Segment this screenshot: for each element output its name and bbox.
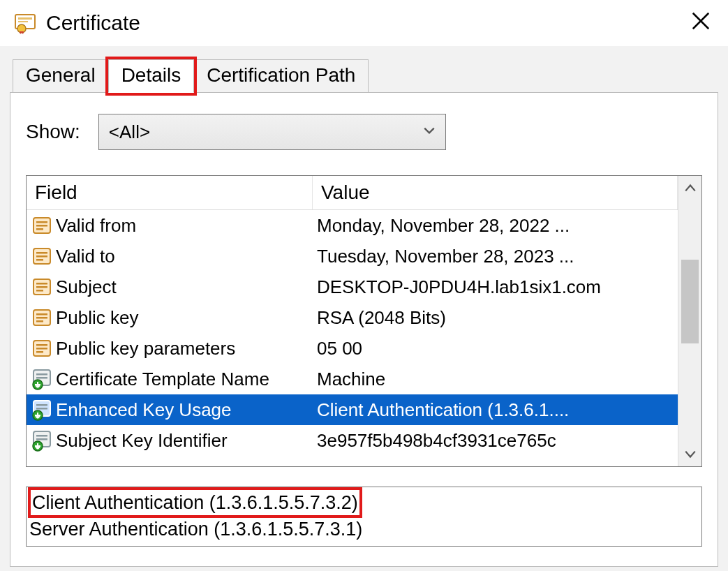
row-field-text: Public key [56, 307, 139, 329]
list-row[interactable]: SubjectDESKTOP-J0PDU4H.lab1six1.com [27, 272, 678, 302]
row-value-cell: RSA (2048 Bits) [313, 307, 678, 329]
column-header-field[interactable]: Field [27, 176, 313, 209]
field-details-pane: Client Authentication (1.3.6.1.5.5.7.3.2… [26, 487, 702, 547]
list-row[interactable]: Public key parameters05 00 [27, 333, 678, 364]
row-field-cell: Public key parameters [27, 337, 313, 359]
details-line-2: Server Authentication (1.3.6.1.5.5.7.3.1… [29, 517, 699, 542]
svg-rect-25 [36, 351, 43, 353]
list-row[interactable]: Enhanced Key UsageClient Authentication … [27, 394, 678, 425]
svg-rect-11 [36, 252, 47, 254]
row-field-text: Subject [56, 276, 117, 298]
fields-listbox: Field Value Valid fromMonday, November 2… [26, 175, 702, 467]
details-text: Server Authentication (1.3.6.1.5.5.7.3.1… [29, 519, 362, 540]
svg-rect-16 [36, 286, 47, 288]
row-value-text: Machine [317, 369, 385, 390]
row-value-text: DESKTOP-J0PDU4H.lab1six1.com [317, 276, 601, 297]
row-field-cell: Enhanced Key Usage [27, 399, 313, 421]
column-header-value[interactable]: Value [313, 176, 678, 209]
list-row[interactable]: Valid toTuesday, November 28, 2023 ... [27, 241, 678, 272]
svg-rect-8 [36, 225, 47, 227]
tab-row: General Details Certification Path [13, 59, 718, 92]
svg-rect-35 [36, 435, 47, 437]
svg-rect-28 [36, 377, 47, 379]
certificate-icon [14, 12, 36, 34]
row-field-text: Valid from [56, 215, 136, 237]
show-dropdown[interactable]: <All> [98, 114, 446, 150]
chevron-down-icon [423, 124, 436, 140]
scroll-down-button[interactable] [678, 441, 701, 466]
property-icon [31, 306, 53, 329]
window-title: Certificate [46, 11, 140, 35]
row-field-text: Enhanced Key Usage [56, 399, 232, 421]
list-headers: Field Value [27, 176, 678, 210]
title-left: Certificate [14, 11, 140, 35]
row-value-text: Monday, November 28, 2022 ... [317, 215, 570, 236]
svg-rect-17 [36, 290, 43, 292]
list-rows: Valid fromMonday, November 28, 2022 ...V… [27, 210, 678, 456]
row-field-text: Valid to [56, 246, 115, 267]
title-bar: Certificate [0, 0, 728, 46]
list-row[interactable]: Certificate Template NameMachine [27, 364, 678, 394]
list-row[interactable]: Subject Key Identifier3e957f5b498b4cf393… [27, 425, 678, 456]
row-value-cell: 3e957f5b498b4cf3931ce765c [313, 430, 678, 452]
svg-rect-15 [36, 283, 47, 285]
property-icon [31, 276, 53, 298]
show-dropdown-value: <All> [109, 121, 150, 143]
tab-label: General [26, 64, 96, 86]
svg-rect-36 [36, 438, 47, 440]
tab-general[interactable]: General [13, 59, 109, 93]
svg-rect-7 [36, 221, 47, 223]
close-icon [690, 8, 711, 37]
svg-rect-20 [36, 317, 47, 319]
vertical-scrollbar[interactable] [678, 176, 701, 466]
column-header-label: Field [35, 181, 77, 203]
show-label: Show: [26, 121, 80, 143]
scroll-thumb[interactable] [681, 260, 699, 343]
svg-rect-24 [36, 348, 47, 350]
dialog-body: General Details Certification Path Show:… [0, 46, 728, 571]
row-value-cell: 05 00 [313, 338, 678, 359]
tab-details[interactable]: Details [108, 59, 195, 93]
row-value-cell: Monday, November 28, 2022 ... [313, 215, 678, 237]
row-field-text: Public key parameters [56, 338, 235, 359]
scroll-track[interactable] [678, 201, 701, 441]
scroll-up-button[interactable] [678, 176, 701, 201]
row-value-cell: DESKTOP-J0PDU4H.lab1six1.com [313, 276, 678, 298]
tab-certification-path[interactable]: Certification Path [193, 59, 369, 93]
details-line-1: Client Authentication (1.3.6.1.5.5.7.3.2… [29, 489, 699, 517]
svg-rect-12 [36, 255, 47, 258]
row-value-text: 3e957f5b498b4cf3931ce765c [317, 430, 556, 451]
row-value-text: RSA (2048 Bits) [317, 307, 446, 328]
row-field-text: Subject Key Identifier [56, 430, 228, 452]
property-icon [31, 245, 53, 267]
row-value-cell: Tuesday, November 28, 2023 ... [313, 246, 678, 267]
row-field-cell: Subject Key Identifier [27, 429, 313, 452]
property-icon [31, 337, 53, 359]
row-field-cell: Public key [27, 306, 313, 329]
svg-rect-23 [36, 344, 47, 346]
tab-label: Details [121, 64, 181, 86]
svg-rect-9 [36, 228, 43, 230]
list-row[interactable]: Public keyRSA (2048 Bits) [27, 302, 678, 333]
svg-rect-27 [36, 373, 47, 376]
close-button[interactable] [683, 6, 718, 40]
extension-icon [31, 368, 53, 390]
row-value-cell: Client Authentication (1.3.6.1.... [313, 399, 678, 421]
row-field-cell: Subject [27, 276, 313, 298]
details-panel: Show: <All> Field Value [10, 92, 718, 567]
svg-rect-13 [36, 259, 43, 261]
svg-rect-21 [36, 320, 43, 322]
extension-icon [31, 429, 53, 452]
column-header-label: Value [321, 181, 370, 203]
list-scroll: Field Value Valid fromMonday, November 2… [27, 176, 678, 466]
svg-rect-19 [36, 313, 47, 316]
show-row: Show: <All> [26, 114, 702, 150]
svg-rect-32 [36, 408, 47, 410]
row-field-cell: Certificate Template Name [27, 368, 313, 390]
extension-icon [31, 399, 53, 421]
row-value-text: 05 00 [317, 338, 362, 359]
row-value-text: Client Authentication (1.3.6.1.... [317, 399, 569, 420]
svg-rect-2 [18, 21, 28, 22]
list-row[interactable]: Valid fromMonday, November 28, 2022 ... [27, 210, 678, 241]
row-field-text: Certificate Template Name [56, 369, 269, 390]
